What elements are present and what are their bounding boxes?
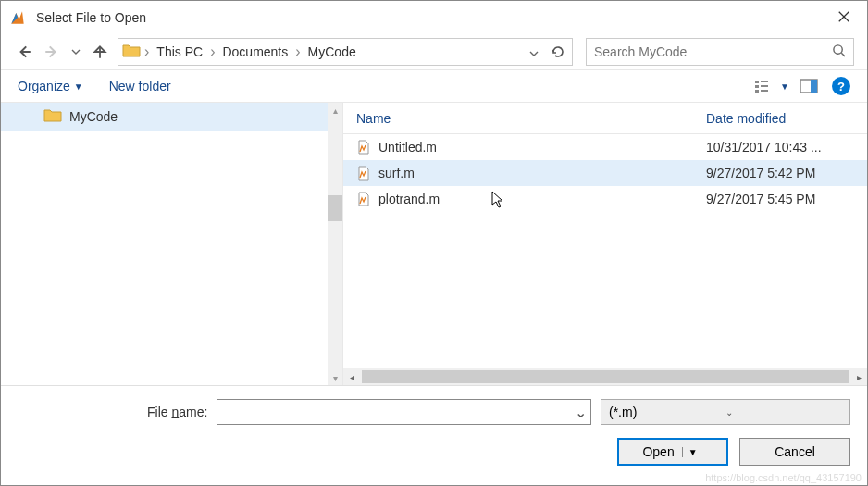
file-row[interactable]: surf.m 9/27/2017 5:42 PM (343, 160, 867, 186)
refresh-button[interactable] (548, 42, 568, 62)
watermark: https://blog.csdn.net/qq_43157190 (705, 472, 862, 483)
scroll-track[interactable] (362, 370, 849, 383)
chevron-down-icon: ⌄ (725, 407, 842, 417)
recent-dropdown[interactable] (69, 42, 82, 62)
tree-item-mycode[interactable]: MyCode (1, 103, 342, 131)
filename-input-wrap[interactable]: ⌄ (217, 399, 591, 425)
search-input[interactable] (594, 44, 826, 59)
scroll-up-icon[interactable]: ▴ (328, 103, 342, 118)
open-label: Open (642, 444, 674, 459)
file-date: 10/31/2017 10:43 ... (706, 140, 854, 155)
back-button[interactable] (14, 42, 34, 62)
file-name: plotrand.m (378, 192, 699, 206)
crumb-mycode[interactable]: MyCode (304, 44, 360, 59)
file-row[interactable]: plotrand.m 9/27/2017 5:45 PM (343, 186, 867, 212)
close-button[interactable] (828, 5, 860, 31)
svg-rect-7 (755, 81, 759, 83)
title-bar: Select File to Open (1, 1, 867, 34)
footer: File name: ⌄ (*.m) ⌄ Open ▼ Cancel (1, 385, 867, 477)
nav-row: › This PC › Documents › MyCode (1, 34, 867, 69)
view-options-button[interactable] (752, 75, 776, 97)
help-button[interactable]: ? (832, 77, 850, 95)
svg-rect-8 (755, 85, 759, 88)
open-button[interactable]: Open ▼ (617, 438, 728, 466)
search-box[interactable] (586, 38, 854, 66)
folder-icon (43, 107, 62, 126)
scroll-down-icon[interactable]: ▾ (328, 370, 342, 385)
folder-icon (122, 43, 141, 61)
svg-line-6 (841, 53, 845, 56)
filename-input[interactable] (217, 405, 570, 419)
column-name[interactable]: Name (356, 111, 706, 126)
tree-item-label: MyCode (69, 109, 118, 124)
folder-tree: MyCode ▴ ▾ (1, 103, 343, 385)
file-name: surf.m (378, 166, 699, 181)
file-header: Name Date modified (343, 103, 867, 134)
file-list: Untitled.m 10/31/2017 10:43 ... surf.m 9… (343, 134, 867, 368)
chevron-down-icon[interactable] (526, 44, 542, 60)
scroll-left-icon[interactable]: ◂ (343, 372, 360, 382)
horizontal-scrollbar[interactable]: ◂ ▸ (343, 368, 867, 385)
chevron-right-icon: › (143, 44, 151, 60)
sidebar-scrollbar[interactable]: ▴ ▾ (328, 103, 342, 385)
cancel-button[interactable]: Cancel (739, 438, 850, 466)
crumb-this-pc[interactable]: This PC (153, 44, 206, 59)
file-date: 9/27/2017 5:42 PM (706, 166, 854, 181)
scroll-right-icon[interactable]: ▸ (850, 372, 867, 382)
organize-menu[interactable]: Organize ▼ (18, 79, 83, 93)
breadcrumb[interactable]: › This PC › Documents › MyCode (118, 38, 573, 66)
window-title: Select File to Open (36, 10, 828, 25)
column-date[interactable]: Date modified (706, 111, 854, 126)
file-pane: Name Date modified Untitled.m 10/31/2017… (343, 103, 867, 385)
caret-down-icon: ▼ (74, 81, 83, 92)
cancel-label: Cancel (775, 444, 815, 459)
open-split-caret[interactable]: ▼ (682, 447, 703, 457)
mfile-icon (356, 140, 371, 155)
svg-rect-9 (755, 90, 759, 93)
filetype-filter[interactable]: (*.m) ⌄ (601, 399, 850, 425)
toolbar: Organize ▼ New folder ▼ ? (1, 69, 867, 103)
scroll-thumb[interactable] (328, 195, 342, 221)
filename-label: File name: (147, 405, 207, 419)
body: MyCode ▴ ▾ Name Date modified Untitled.m… (1, 103, 867, 385)
filter-label: (*.m) (609, 405, 725, 419)
app-icon (8, 8, 27, 27)
organize-label: Organize (18, 79, 70, 93)
preview-pane-button[interactable] (797, 75, 821, 97)
up-button[interactable] (90, 42, 110, 62)
crumb-documents[interactable]: Documents (218, 44, 291, 59)
new-folder-button[interactable]: New folder (109, 79, 171, 93)
caret-down-icon[interactable]: ▼ (780, 81, 789, 92)
file-name: Untitled.m (378, 140, 699, 155)
forward-button[interactable] (42, 42, 62, 62)
search-icon (832, 44, 846, 61)
new-folder-label: New folder (109, 79, 171, 93)
chevron-right-icon: › (208, 44, 217, 60)
mfile-icon (356, 166, 371, 181)
svg-point-5 (834, 44, 842, 53)
chevron-down-icon[interactable]: ⌄ (570, 404, 590, 421)
mfile-icon (356, 192, 371, 206)
file-date: 9/27/2017 5:45 PM (706, 192, 854, 206)
svg-rect-14 (811, 80, 817, 93)
file-row[interactable]: Untitled.m 10/31/2017 10:43 ... (343, 134, 867, 160)
chevron-right-icon: › (293, 44, 302, 60)
